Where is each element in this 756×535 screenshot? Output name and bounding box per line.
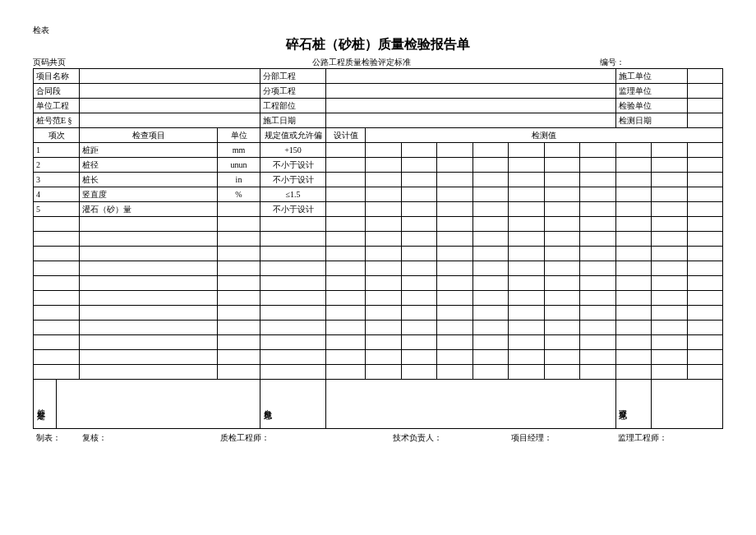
blank-row [34,365,723,380]
blank-row [34,276,723,291]
cell [652,202,688,217]
cell [615,187,652,202]
cell [472,187,509,202]
cell [652,187,688,202]
cell [366,158,402,173]
cell [580,202,616,217]
row-unit: unun [218,158,260,173]
header-row-3: 单位工程 工程部位 检验单位 [34,99,723,113]
blank-row [34,232,723,247]
row-tol: 不小于设计 [260,202,326,217]
row-unit: % [218,187,260,202]
cell [437,187,473,202]
sub-item-value [326,84,616,99]
row-design [326,143,366,158]
row-design [326,187,366,202]
pile-range-label: 桩号范E § [34,113,80,128]
inspection-date-value [687,113,723,128]
pile-range-value [80,113,260,128]
row-no: 2 [34,158,80,173]
standard-note: 公路工程质量检验评定标准 [263,57,600,68]
project-part-value [326,99,616,113]
cell [687,143,723,158]
cell [509,173,545,187]
row-item: 桩距 [80,143,218,158]
col-seq: 项次 [34,128,80,143]
header-row-4: 桩号范E § 施工日期 检测日期 [34,113,723,128]
cell [687,158,723,173]
project-manager-label: 项目经理： [509,429,616,445]
inspection-date-label: 检测日期 [615,113,687,128]
cell [544,158,580,173]
construction-date-label: 施工日期 [260,113,326,128]
cell [615,158,652,173]
row-unit: mm [218,143,260,158]
cell [509,143,545,158]
row-no: 3 [34,173,80,187]
cell [580,158,616,173]
row-design [326,173,366,187]
cell [580,187,616,202]
appearance-value [57,380,260,429]
page-title: 碎石桩（砂桩）质量检验报告单 [33,36,723,53]
blank-row [34,335,723,350]
cell [472,202,509,217]
row-no: 4 [34,187,80,202]
construction-unit-label: 施工单位 [615,69,687,84]
row-item: 竖直度 [80,187,218,202]
row-no: 1 [34,143,80,158]
data-row: 3 桩长 in 不小于设计 [34,173,723,187]
serial-label: 编号： [600,57,723,68]
cell [544,173,580,187]
row-no: 5 [34,202,80,217]
data-row: 1 桩距 mm +150 [34,143,723,158]
cell [437,158,473,173]
contract-segment-value [80,84,260,99]
cell [509,158,545,173]
inspection-unit-value [687,99,723,113]
cell [437,173,473,187]
cell [437,202,473,217]
data-row: 4 竖直度 % ≤1.5 [34,187,723,202]
header-row-1: 项目名称 分部工程 施工单位 [34,69,723,84]
cell [652,158,688,173]
col-unit: 单位 [218,128,260,143]
col-item: 检查项目 [80,128,218,143]
col-design: 设计值 [326,128,366,143]
appearance-label: 外观鉴定 [34,380,57,429]
blank-row [34,261,723,276]
self-check-label: 自检意见 [260,380,326,429]
row-design [326,158,366,173]
cell [544,143,580,158]
made-by-label: 制表： [34,429,80,445]
supervision-value [652,380,723,429]
main-table: 项目名称 分部工程 施工单位 合同段 分项工程 监理单位 单位工程 工程部位 检… [33,68,723,444]
cell [652,173,688,187]
cell [401,143,437,158]
sub-project-label: 分部工程 [260,69,326,84]
construction-date-value [326,113,616,128]
row-item: 灌石（砂）量 [80,202,218,217]
cell [509,187,545,202]
row-unit: in [218,173,260,187]
cell [472,158,509,173]
row-design [326,202,366,217]
project-part-label: 工程部位 [260,99,326,113]
cell [401,158,437,173]
cell [615,173,652,187]
cell [615,202,652,217]
supervision-unit-value [687,84,723,99]
cell [472,173,509,187]
opinion-row: 外观鉴定 自检意见 监理意见 [34,380,723,429]
col-tol: 规定值或允许偏 [260,128,326,143]
project-name-label: 项目名称 [34,69,80,84]
page-note: 页码共页 [33,57,263,68]
cell [509,202,545,217]
blank-row [34,247,723,261]
data-row: 5 灌石（砂）量 不小于设计 [34,202,723,217]
topleft-label: 检表 [33,25,723,36]
reviewed-by-label: 复核： [80,429,218,445]
inspection-unit-label: 检验单位 [615,99,687,113]
data-row: 2 桩径 unun 不小于设计 [34,158,723,173]
cell [366,187,402,202]
